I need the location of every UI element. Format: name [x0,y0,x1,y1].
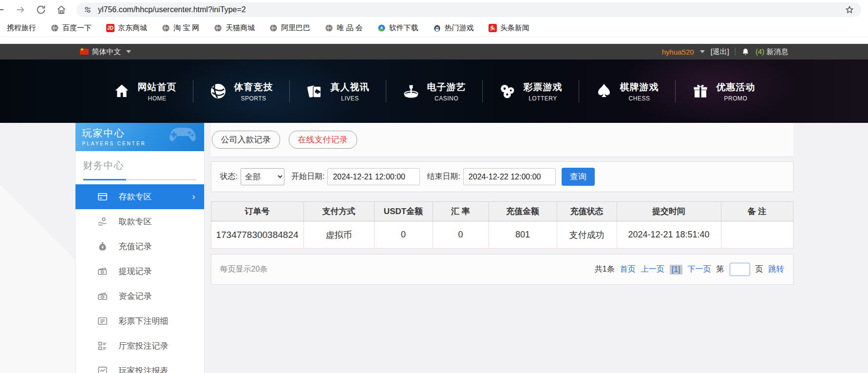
bookmark-item[interactable]: 百度一下 [51,23,92,33]
toutiao-favicon-icon: 头 [489,24,497,32]
main-nav: 网站首页HOME 体育竞技SPORTS 真人视讯LIVES 电子游艺CASINO [0,59,868,123]
col-recharge-amount: 充值金额 [489,202,557,221]
message-count: (4) [755,47,764,56]
site-settings-tune-icon[interactable] [83,5,92,14]
spade-icon [595,82,613,100]
table-header-row: 订单号 支付方式 USDT金额 汇 率 充值金额 充值状态 提交时间 备 注 [211,202,793,221]
jump-link[interactable]: 跳转 [769,264,784,275]
query-button[interactable]: 查询 [562,168,595,186]
sidebar-item-recharge-record[interactable]: ¥ 充值记录 [75,234,204,259]
cell-recharge-amount: 801 [489,221,557,249]
sidebar-header: 玩家中心 PLAYERS CENTER [75,123,204,151]
bookmark-item[interactable]: 头 头条新闻 [489,23,529,33]
logout-link[interactable]: [退出] [711,47,729,57]
cell-pay-method: 虚拟币 [303,221,374,249]
nav-item-chess[interactable]: 棋牌游戏CHESS [579,81,675,102]
sports-ball-icon [209,82,227,100]
bookmark-item[interactable]: JD 京东商城 [106,23,147,33]
nav-label-en: HOME [138,95,177,102]
nav-item-lottery[interactable]: 彩票游戏LOTTERY [483,81,579,102]
url-text[interactable]: yl756.com/hhcp/usercenter.html?iniType=2 [98,5,839,14]
nav-item-lives[interactable]: 真人视讯LIVES [290,81,386,102]
username[interactable]: hyhua520 [662,48,694,56]
chevron-down-icon[interactable] [700,50,705,53]
home-icon[interactable] [56,4,67,15]
chevron-right-icon: › [192,192,195,202]
sidebar-item-label: 厅室投注记录 [119,340,169,352]
cell-usdt-amount: 0 [374,221,433,249]
sidebar-item-lottery-bets[interactable]: 彩票下注明细 [75,309,204,334]
url-bar[interactable]: yl756.com/hhcp/usercenter.html?iniType=2 [76,2,861,17]
bell-icon[interactable] [741,48,750,56]
nav-label-en: CASINO [427,95,466,102]
prev-page-link[interactable]: 上一页 [641,264,664,275]
roulette-icon [402,82,420,100]
bookmark-label: 头条新闻 [500,23,529,33]
bookmark-item[interactable]: 淘 宝 网 [162,23,199,33]
divider [735,48,736,56]
language-selector[interactable]: 简体中文 [92,47,121,57]
banknote-icon [97,266,108,277]
section-underline [83,179,196,180]
sidebar-item-withdraw[interactable]: 取款专区 [75,209,204,234]
back-icon[interactable] [0,4,5,15]
sidebar-item-label: 取款专区 [119,216,152,227]
sidebar-item-player-report[interactable]: 玩家投注报表 [75,358,204,373]
bookmark-label: 阿里巴巴 [281,23,310,33]
message-label[interactable]: 新消息 [767,47,789,56]
sidebar-item-label: 彩票下注明细 [119,315,169,327]
nav-label-en: SPORTS [234,95,273,102]
forward-icon[interactable] [15,4,26,15]
page-jump-input[interactable] [730,263,750,276]
bookmark-star-icon[interactable] [845,5,854,15]
bookmark-item[interactable]: 天猫商城 [214,23,255,33]
chevron-down-icon[interactable] [126,50,131,53]
gift-icon [692,82,709,100]
sidebar-item-deposit[interactable]: 存款专区 › [75,184,204,209]
cell-submit-time: 2024-12-21 18:51:40 [617,221,721,249]
globe-favicon-icon [325,24,333,32]
bookmark-item[interactable]: 阿里巴巴 [269,23,310,33]
next-page-link[interactable]: 下一页 [688,264,711,275]
sidebar-item-hall-bets[interactable]: 厅室投注记录 [75,334,204,358]
col-order-no: 订单号 [211,202,303,221]
site-topbar: 简体中文 hyhua520 [退出] (4) 新消息 [0,44,868,59]
sidebar-section: 财务中心 [75,151,204,180]
nav-item-promo[interactable]: 优惠活动PROMO [676,81,772,102]
filter-bar: 状态: 全部 开始日期: 结束日期: 查询 [211,161,793,192]
nav-label-zh: 电子游艺 [427,81,466,94]
jump-suffix-label: 页 [755,264,763,275]
reload-icon[interactable] [36,4,46,15]
sidebar-item-withdraw-record[interactable]: 提现记录 [75,259,204,284]
game-favicon-icon [433,24,441,32]
bookmark-item[interactable]: 携程旅行 [7,23,36,33]
nav-item-casino[interactable]: 电子游艺CASINO [386,81,482,102]
nav-label-en: CHESS [620,95,659,102]
sidebar-item-funds-record[interactable]: 资金记录 [75,284,204,309]
bookmark-label: 唯 品 会 [337,23,362,33]
pagination-bar: 每页显示20条 共1条 首页 上一页 [1] 下一页 第 页 跳转 [211,254,793,285]
table-row: 1734778300384824 虚拟币 0 0 801 支付成功 2024-1… [211,221,793,249]
bookmark-item[interactable]: 软件下载 [377,23,418,33]
status-select[interactable]: 全部 [241,168,284,185]
cell-exchange-rate: 0 [433,221,489,249]
tab-online-payment-record[interactable]: 在线支付记录 [289,131,357,149]
first-page-link[interactable]: 首页 [620,264,636,275]
end-date-input[interactable] [463,168,556,185]
sidebar-item-label: 存款专区 [119,191,152,202]
col-remark: 备 注 [721,202,793,221]
start-date-input[interactable] [327,168,420,185]
bookmark-item[interactable]: 唯 品 会 [325,23,362,33]
bookmarks-bar: 携程旅行 百度一下 JD 京东商城 淘 宝 网 天猫商城 阿里巴巴 唯 品 会 … [0,20,868,37]
moneybag-icon: ¥ [97,241,108,252]
jd-favicon-icon: JD [106,24,114,32]
nav-label-zh: 彩票游戏 [524,81,563,94]
tab-company-deposit-record[interactable]: 公司入款记录 [212,131,280,149]
sidebar: 玩家中心 PLAYERS CENTER 财务中心 存款专区 › 取款专区 [75,123,205,373]
nav-item-sports[interactable]: 体育竞技SPORTS [193,81,289,102]
col-recharge-status: 充值状态 [557,202,617,221]
globe-favicon-icon [269,24,278,32]
nav-item-home[interactable]: 网站首页HOME [97,81,193,102]
bookmark-label: 天猫商城 [226,23,255,33]
bookmark-item[interactable]: 热门游戏 [433,23,474,33]
